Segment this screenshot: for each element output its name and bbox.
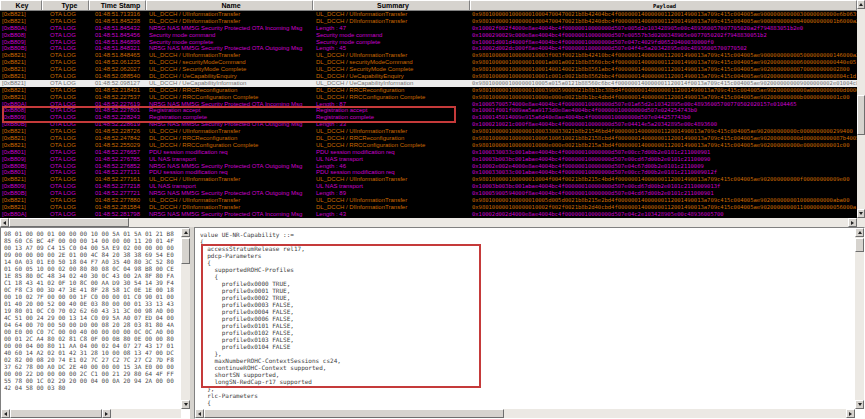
table-row[interactable]: [0xB821]OTA LOG01:48:52.227537UL_DCCH / … — [0, 94, 857, 101]
table-row[interactable]: [0xB821]OTA LOG01:48:51.845238DL_DCCH / … — [0, 18, 857, 25]
table-row[interactable]: [0xB809]OTA LOG01:48:52.276785UL NAS tra… — [0, 156, 857, 163]
cell-name: Registration complete — [146, 114, 313, 121]
scrollbar-thumb[interactable] — [855, 238, 864, 252]
table-horizontal-scrollbar[interactable] — [0, 218, 865, 227]
scrollbar-thumb[interactable] — [9, 218, 129, 227]
scroll-up-button[interactable] — [855, 228, 864, 237]
cell-name: DL_DCCH / securityModeCommand — [146, 59, 313, 66]
cell-payload: 0x980100000100000010000e000e0021b8b215a3… — [470, 142, 857, 149]
scrollbar-thumb[interactable] — [10, 409, 102, 418]
right-arrow-icon — [849, 412, 852, 416]
table-row[interactable]: [0xB808]OTA LOG01:48:52.227801Registrati… — [0, 107, 857, 114]
table-row[interactable]: [0xB821]OTA LOG01:48:52.228726UL_DCCH / … — [0, 128, 857, 135]
scroll-up-button[interactable] — [181, 228, 190, 237]
cell-key: [0xB821] — [0, 73, 42, 80]
table-row[interactable]: [0xB821]OTA LOG01:48:52.088540DL_DCCH / … — [0, 73, 857, 80]
table-row[interactable]: [0xB821]OTA LOG01:48:52.277880UL_DCCH / … — [0, 197, 857, 204]
cell-type: OTA LOG — [42, 169, 89, 176]
cell-time: 01:48:51.845456 — [89, 32, 146, 39]
table-row[interactable]: [0xB801]OTA LOG01:48:52.277131PDU sessio… — [0, 169, 857, 176]
table-row[interactable]: [0xB821]OTA LOG01:48:52.062027UL_DCCH / … — [0, 66, 857, 73]
cell-time: 01:48:52.281798 — [89, 211, 146, 218]
cell-payload: 0x10002e002e4000e8ae4004bc4f000000100000… — [470, 163, 857, 170]
scroll-down-button[interactable] — [857, 209, 865, 218]
table-row[interactable]: [0xB821]OTA LOG01:48:52.098127UL_DCCH / … — [0, 80, 857, 87]
table-row[interactable]: [0xB821]OTA LOG01:48:52.277161UL_DCCH / … — [0, 176, 857, 183]
table-row[interactable]: [0xB801]OTA LOG01:48:52.276657PDU sessio… — [0, 149, 857, 156]
cell-summary: UL_DCCH / RRCConfiguration Complete — [313, 94, 470, 101]
scrollbar-thumb[interactable] — [204, 409, 504, 418]
scrollbar-thumb[interactable] — [181, 238, 190, 264]
scroll-down-button[interactable] — [855, 400, 864, 409]
cell-payload: 0x980100000100000010001c001c0021b8b8562b… — [470, 73, 857, 80]
table-row[interactable]: [0xB80A]OTA LOG01:48:52.227619NR5G NAS M… — [0, 101, 857, 108]
table-row[interactable]: [0xB809]OTA LOG01:48:52.228243Registrati… — [0, 114, 857, 121]
table-row[interactable]: [0xB808]OTA LOG01:48:51.845456Security m… — [0, 32, 857, 39]
table-row[interactable]: [0xB80B]OTA LOG01:48:52.276852NR5G NAS M… — [0, 163, 857, 170]
cell-key: [0xB821] — [0, 142, 42, 149]
scrollbar-thumb[interactable] — [857, 95, 865, 135]
column-header-summary[interactable]: Summary — [313, 0, 470, 10]
column-header-payload[interactable]: Payload — [470, 0, 857, 10]
cell-time: 01:48:52.276852 — [89, 163, 146, 170]
table-row[interactable]: [0xB809]OTA LOG01:48:51.846898Security m… — [0, 39, 857, 46]
cell-time: 01:48:51.848465 — [89, 52, 146, 59]
scroll-right-button[interactable] — [846, 409, 855, 418]
table-row[interactable]: [0xB809]OTA LOG01:48:52.277218UL NAS tra… — [0, 183, 857, 190]
cell-summary: UL NAS transport — [313, 183, 470, 190]
cell-name: UL_DCCH / UlInformationTransfer — [146, 128, 313, 135]
cell-time: 01:48:51.846898 — [89, 39, 146, 46]
cell-time: 01:48:52.228243 — [89, 114, 146, 121]
table-row[interactable]: [0xB821]OTA LOG01:48:52.061235DL_DCCH / … — [0, 59, 857, 66]
table-row[interactable]: [0xB821]OTA LOG01:48:51.713316UL_DCCH / … — [0, 11, 857, 18]
cell-key: [0xB801] — [0, 169, 42, 176]
table-row[interactable]: [0xB80B]OTA LOG01:48:52.228619NR5G NAS M… — [0, 121, 857, 128]
cell-payload: 0x980100000100000010003f003f0021b8b42410… — [470, 52, 857, 59]
table-row[interactable]: [0xB821]OTA LOG01:48:52.255029UL_DCCH / … — [0, 142, 857, 149]
cell-summary: DL_DCCH / DlInformationTransfer — [313, 204, 470, 211]
table-row[interactable]: [0xB80B]OTA LOG01:48:52.277721NR5G NAS M… — [0, 190, 857, 197]
scroll-up-button[interactable] — [857, 0, 865, 9]
decode-pane: value UE-NR-Capability ::= { accessStrat… — [194, 227, 865, 419]
table-row[interactable]: [0xB80A]OTA LOG01:48:52.281798NR5G NAS M… — [0, 211, 857, 218]
cell-name: DL_DCCH / DlInformationTransfer — [146, 18, 313, 25]
cell-key: [0xB821] — [0, 94, 42, 101]
cell-summary: Length : 87 — [313, 101, 470, 108]
column-header-key[interactable]: Key — [0, 0, 42, 10]
scroll-right-button[interactable] — [848, 218, 857, 227]
cell-time: 01:48:52.281584 — [89, 204, 146, 211]
table-row[interactable]: [0xB80A]OTA LOG01:48:51.845432NR5G NAS M… — [0, 25, 857, 32]
cell-type: OTA LOG — [42, 163, 89, 170]
decode-text: value UE-NR-Capability ::= { accessStrat… — [200, 231, 341, 406]
cell-type: OTA LOG — [42, 87, 89, 94]
table-vertical-scrollbar[interactable] — [857, 0, 865, 218]
cell-type: OTA LOG — [42, 204, 89, 211]
scroll-left-button[interactable] — [0, 218, 9, 227]
cell-time: 01:48:52.227801 — [89, 107, 146, 114]
scroll-right-button[interactable] — [102, 409, 111, 418]
table-row[interactable]: [0xB821]OTA LOG01:48:52.247842DL_DCCH / … — [0, 135, 857, 142]
cell-type: OTA LOG — [42, 101, 89, 108]
cell-summary: UL NAS transport — [313, 156, 470, 163]
decode-vertical-scrollbar[interactable] — [855, 228, 864, 409]
hex-horizontal-scrollbar[interactable] — [1, 409, 181, 418]
table-row[interactable]: [0xB821]OTA LOG01:48:51.848465UL_DCCH / … — [0, 52, 857, 59]
column-header-name[interactable]: Name — [146, 0, 313, 10]
scroll-left-button[interactable] — [1, 409, 10, 418]
scroll-down-button[interactable] — [181, 400, 190, 409]
hex-vertical-scrollbar[interactable] — [181, 228, 190, 409]
scroll-left-button[interactable] — [195, 409, 204, 418]
column-header-type[interactable]: Type — [42, 0, 89, 10]
cell-summary: UL_DCCH / RRCConfiguration Complete — [313, 142, 470, 149]
column-header-timestamp[interactable]: Time Stamp — [89, 0, 146, 10]
cell-name: DL_DCCH / RRCReconfiguration — [146, 135, 313, 142]
table-row[interactable]: [0xB80B]OTA LOG01:48:51.848321NR5G NAS M… — [0, 45, 857, 52]
decode-horizontal-scrollbar[interactable] — [195, 409, 855, 418]
cell-key: [0xB821] — [0, 204, 42, 211]
cell-time: 01:48:52.228619 — [89, 121, 146, 128]
cell-key: [0xB80B] — [0, 163, 42, 170]
table-row[interactable]: [0xB821]OTA LOG01:48:52.218431DL_DCCH / … — [0, 87, 857, 94]
cell-time: 01:48:51.845238 — [89, 18, 146, 25]
table-row[interactable]: [0xB821]OTA LOG01:48:52.281584DL_DCCH / … — [0, 204, 857, 211]
cell-type: OTA LOG — [42, 39, 89, 46]
